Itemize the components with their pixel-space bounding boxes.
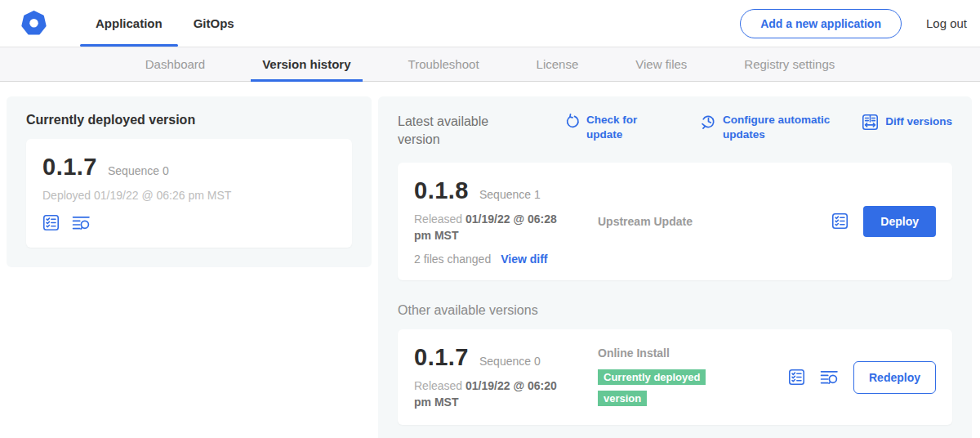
other-released-timestamp: Released 01/19/22 @ 06:20 pm MST — [414, 378, 564, 411]
subnav-troubleshoot-label: Troubleshoot — [408, 57, 479, 71]
view-diff-link[interactable]: View diff — [501, 253, 547, 266]
tab-gitops[interactable]: GitOps — [178, 0, 250, 47]
preflight-checklist-icon[interactable] — [831, 212, 849, 230]
deployed-timestamp: Deployed 01/19/22 @ 06:26 pm MST — [42, 189, 336, 202]
other-version-row: 0.1.7 Sequence 0 — [414, 344, 598, 371]
subnav-item-license[interactable]: License — [525, 47, 590, 81]
currently-deployed-panel: Currently deployed version 0.1.7 Sequenc… — [7, 96, 372, 267]
available-panel-header: Latest available version Check for updat… — [398, 113, 952, 148]
subnav-item-view-files[interactable]: View files — [624, 47, 698, 81]
latest-available-title: Latest available version — [398, 113, 506, 148]
diff-versions-icon — [862, 114, 879, 131]
other-version-info: 0.1.7 Sequence 0 Released 01/19/22 @ 06:… — [414, 344, 598, 411]
files-changed-count: 2 files changed — [414, 253, 491, 266]
preflight-checklist-icon[interactable] — [42, 214, 60, 231]
app-subnav: Dashboard Version history Troubleshoot L… — [0, 47, 980, 82]
check-update-refresh-icon — [564, 114, 580, 129]
latest-version-actions: Deploy — [831, 206, 936, 237]
deployed-version-card: 0.1.7 Sequence 0 Deployed 01/19/22 @ 06:… — [26, 139, 352, 248]
other-source-label: Online Install — [598, 346, 670, 360]
other-version-number: 0.1.7 — [414, 344, 469, 371]
app-logo[interactable] — [20, 10, 47, 37]
other-available-versions-title: Other available versions — [398, 303, 952, 318]
other-version-card: 0.1.7 Sequence 0 Released 01/19/22 @ 06:… — [398, 329, 952, 426]
configure-auto-updates-icon — [701, 114, 716, 129]
deploy-logs-icon[interactable] — [820, 369, 839, 386]
deploy-button[interactable]: Deploy — [863, 206, 936, 237]
subnav-item-version-history[interactable]: Version history — [251, 47, 362, 81]
other-version-source: Online Install Currently deployed versio… — [598, 346, 788, 408]
version-history-page: Currently deployed version 0.1.7 Sequenc… — [0, 82, 980, 438]
latest-version-card: 0.1.8 Sequence 1 Released 01/19/22 @ 06:… — [398, 163, 952, 280]
currently-deployed-badge: Currently deployed version — [598, 369, 706, 406]
app-logo-heptagon-icon — [20, 10, 47, 37]
latest-version-row: 0.1.8 Sequence 1 — [414, 177, 598, 204]
subnav-license-label: License — [537, 57, 579, 71]
latest-version-source: Upstream Update — [598, 214, 831, 229]
released-prefix: Released — [414, 212, 466, 226]
currently-deployed-title: Currently deployed version — [26, 113, 352, 127]
logout-link[interactable]: Log out — [926, 16, 967, 30]
released-prefix: Released — [414, 379, 466, 392]
deployed-version-row: 0.1.7 Sequence 0 — [42, 154, 336, 181]
subnav-item-troubleshoot[interactable]: Troubleshoot — [397, 47, 491, 81]
other-sequence: Sequence 0 — [479, 355, 541, 368]
subnav-item-registry-settings[interactable]: Registry settings — [733, 47, 846, 81]
latest-released-timestamp: Released 01/19/22 @ 06:28 pm MST — [414, 211, 564, 244]
deploy-logs-icon[interactable] — [72, 214, 91, 231]
preflight-checklist-icon[interactable] — [788, 369, 805, 386]
diff-versions-label: Diff versions — [885, 114, 952, 129]
tab-application[interactable]: Application — [80, 0, 178, 47]
latest-files-row: 2 files changed View diff — [414, 253, 598, 266]
check-for-update-label: Check for update — [586, 113, 650, 141]
diff-versions-link[interactable]: Diff versions — [862, 113, 952, 131]
tab-gitops-label: GitOps — [194, 16, 234, 30]
available-versions-panel: Latest available version Check for updat… — [378, 96, 972, 438]
check-for-update-link[interactable]: Check for update — [564, 113, 650, 141]
other-version-actions: Redeploy — [788, 361, 936, 394]
currently-deployed-badge-wrap: Currently deployed version — [598, 366, 720, 408]
redeploy-button[interactable]: Redeploy — [853, 361, 936, 394]
deployed-sequence: Sequence 0 — [108, 164, 169, 177]
top-nav-right: Add a new application Log out — [740, 9, 980, 38]
subnav-item-dashboard[interactable]: Dashboard — [134, 47, 216, 81]
configure-automatic-updates-link[interactable]: Configure automatic updates — [701, 113, 844, 141]
deployed-version-number: 0.1.7 — [42, 154, 97, 181]
latest-version-number: 0.1.8 — [414, 177, 469, 204]
latest-source-label: Upstream Update — [598, 215, 693, 228]
subnav-version-history-label: Version history — [262, 57, 350, 71]
subnav-view-files-label: View files — [635, 57, 687, 71]
configure-automatic-updates-label: Configure automatic updates — [723, 113, 844, 141]
deployed-card-actions — [42, 214, 336, 231]
subnav-dashboard-label: Dashboard — [145, 57, 205, 71]
top-nav: Application GitOps Add a new application… — [0, 0, 980, 47]
tab-application-label: Application — [96, 16, 163, 30]
add-application-button[interactable]: Add a new application — [740, 9, 902, 38]
latest-version-info: 0.1.8 Sequence 1 Released 01/19/22 @ 06:… — [414, 177, 598, 266]
app-level-tabs: Application GitOps — [80, 0, 250, 47]
subnav-registry-settings-label: Registry settings — [744, 57, 835, 71]
latest-sequence: Sequence 1 — [479, 188, 541, 201]
